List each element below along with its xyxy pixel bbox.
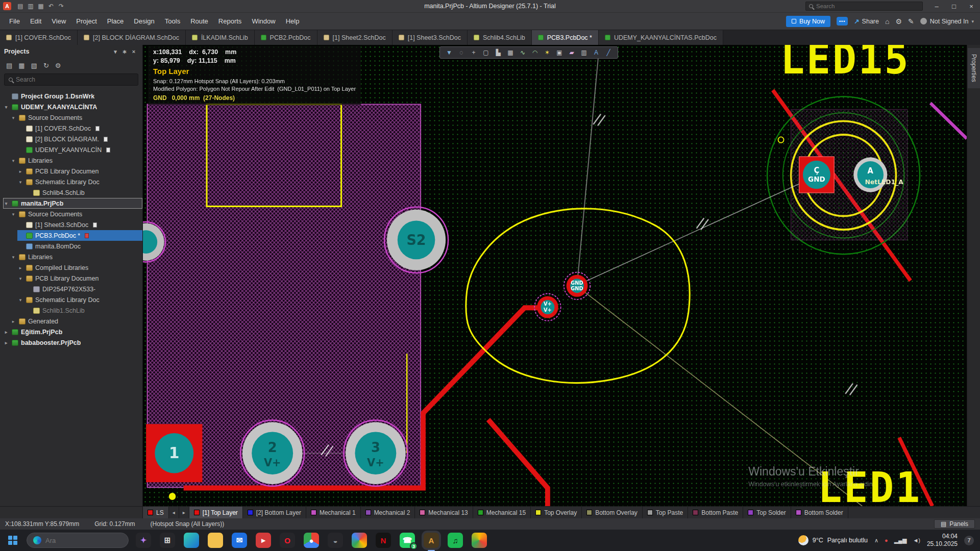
pad-led-cathode[interactable]: Ç GND	[799, 157, 835, 193]
pcb-graphics[interactable]: S2 1 2 V+ 3	[143, 45, 967, 506]
taskbar-app-mail[interactable]: ✉	[232, 533, 247, 548]
taskbar-search-input[interactable]	[45, 537, 122, 544]
tree-item[interactable]: ▾UDEMY_KAANYALCİNTA	[3, 102, 142, 112]
tree-item[interactable]: ▾Schematic Library Doc	[17, 294, 142, 305]
tree-item[interactable]: ▸Eğitim.PrjPcb	[3, 327, 142, 337]
layer-tab[interactable]: Top Solder	[743, 507, 791, 518]
menu-view[interactable]: View	[46, 13, 71, 30]
silkscreen-led15[interactable]: LED15	[780, 45, 910, 83]
weather-widget[interactable]: 9°C Parçalı bulutlu	[798, 535, 868, 545]
menu-help[interactable]: Help	[281, 13, 305, 30]
layer-tab[interactable]: Mechanical 2	[361, 507, 415, 518]
snapshot-icon[interactable]: ▣	[554, 48, 565, 57]
layer-tab[interactable]: Mechanical 15	[473, 507, 531, 518]
arc-icon[interactable]: ◠	[530, 48, 540, 57]
menu-place[interactable]: Place	[102, 13, 129, 30]
layer-tab[interactable]: Bottom Overlay	[582, 507, 643, 518]
buy-now-button[interactable]: Buy Now	[786, 16, 830, 27]
global-search-box[interactable]	[805, 2, 923, 11]
caret-down-icon[interactable]: ▾	[111, 48, 120, 55]
layer-scroll-left[interactable]: ◂	[169, 507, 179, 518]
taskbar-app-opera[interactable]: O	[280, 533, 295, 548]
taskbar-app-media[interactable]: ▸	[256, 533, 271, 548]
taskbar-app-copilot[interactable]: ✦	[136, 533, 151, 548]
share-button[interactable]: ↗ Share	[854, 17, 879, 25]
tree-item[interactable]: ▾Libraries	[10, 155, 142, 166]
record-icon[interactable]: ●	[885, 537, 888, 543]
polygon-icon[interactable]: ▰	[567, 48, 577, 57]
maximize-button[interactable]: □	[945, 0, 963, 12]
panel-settings-icon[interactable]: ⚙	[55, 62, 61, 69]
menu-project[interactable]: Project	[71, 13, 102, 30]
layer-tab[interactable]: Top Paste	[643, 507, 688, 518]
tree-item[interactable]: [1] Sheet3.SchDoc	[17, 219, 142, 230]
taskbar-app-edge[interactable]	[184, 533, 199, 548]
lasso-icon[interactable]: ◌	[456, 48, 467, 57]
menu-design[interactable]: Design	[129, 13, 159, 30]
compile-icon[interactable]: ▦	[18, 62, 24, 69]
expander-icon[interactable]: ▾	[10, 115, 16, 120]
overlay-dot-yellow[interactable]	[169, 493, 176, 500]
expander-icon[interactable]: ▾	[17, 276, 23, 281]
expander-icon[interactable]: ▾	[17, 180, 23, 185]
feedback-chat-icon[interactable]: •••	[837, 17, 848, 26]
string-icon[interactable]: A	[591, 48, 601, 57]
layer-tab[interactable]: Mechanical 13	[415, 507, 473, 518]
line-icon[interactable]: ╱	[603, 48, 614, 57]
menu-file[interactable]: File	[4, 13, 25, 30]
layer-tab[interactable]: [2] Bottom Layer	[243, 507, 306, 518]
doc-tab[interactable]: [1] COVER.SchDoc	[0, 30, 78, 45]
taskbar-app-whatsapp[interactable]: ☎3	[400, 533, 415, 548]
expander-icon[interactable]: ▾	[10, 212, 16, 217]
tree-item[interactable]: [2] BLOCK DİAGRAM.	[17, 134, 142, 144]
track-icon[interactable]: ∿	[518, 48, 528, 57]
tree-item[interactable]: ▾Libraries	[10, 252, 142, 262]
close-button[interactable]: ×	[963, 0, 980, 12]
highlight-icon[interactable]: ✶	[542, 48, 552, 57]
pin-icon[interactable]: ∗	[120, 48, 129, 55]
start-button[interactable]	[6, 534, 19, 547]
report-icon[interactable]: ▥	[579, 48, 589, 57]
pad-3[interactable]: 3 V+	[344, 420, 407, 486]
taskbar-app-browser-profile[interactable]	[472, 533, 487, 548]
doc-tab[interactable]: Schlib4.SchLib	[468, 30, 532, 45]
layer-tab[interactable]: [1] Top Layer	[189, 507, 243, 518]
via-small-yellow[interactable]	[778, 137, 784, 142]
layer-tab[interactable]: Bottom Paste	[688, 507, 743, 518]
tree-item[interactable]: Schlib1.SchLib	[24, 305, 142, 316]
menu-route[interactable]: Route	[185, 13, 213, 30]
doc-tab[interactable]: PCB2.PcbDoc	[255, 30, 317, 45]
tree-item[interactable]: manita.BomDoc	[17, 241, 142, 252]
via-gnd[interactable]: GND GND	[564, 272, 590, 299]
save-icon[interactable]: ▦	[36, 3, 46, 10]
expander-icon[interactable]: ▸	[3, 330, 9, 335]
expander-icon[interactable]: ▸	[17, 265, 23, 270]
expander-icon[interactable]: ▾	[10, 255, 16, 260]
layer-scroll-right[interactable]: ▸	[179, 507, 189, 518]
layer-tab[interactable]: Mechanical 1	[306, 507, 361, 518]
expander-icon[interactable]: ▾	[10, 158, 16, 163]
pad-1[interactable]: 1	[146, 424, 202, 482]
minimize-button[interactable]: –	[928, 0, 945, 12]
notification-center-button[interactable]: 7	[964, 536, 974, 545]
taskbar-app-altium[interactable]: A	[424, 533, 439, 548]
expander-icon[interactable]: ▸	[3, 340, 9, 345]
taskbar-app-netflix[interactable]: N	[376, 533, 391, 548]
region-icon[interactable]: ▢	[481, 48, 491, 57]
tree-item[interactable]: [1] COVER.SchDoc	[17, 123, 142, 134]
tree-item[interactable]: ▾manita.PrjPcb	[3, 198, 142, 209]
refresh-icon[interactable]: ↻	[43, 62, 49, 69]
settings-gear-icon[interactable]: ⚙	[895, 17, 902, 26]
taskbar-app-file-explorer[interactable]	[208, 533, 223, 548]
tree-item[interactable]: PCB3.PcbDoc *	[17, 230, 142, 241]
layer-tab[interactable]: Top Overlay	[531, 507, 582, 518]
taskbar-app-steam[interactable]: ◒	[328, 533, 343, 548]
taskbar-app-photos[interactable]	[352, 533, 367, 548]
tree-item[interactable]: ▾Source Documents	[10, 209, 142, 219]
doc-tab[interactable]: [1] Sheet2.SchDoc	[317, 30, 393, 45]
projects-search-box[interactable]	[4, 73, 138, 86]
explorer-icon[interactable]: ▧	[31, 62, 37, 69]
tree-item[interactable]: ▸PCB Library Documen	[17, 166, 142, 177]
pour-icon[interactable]: ▙	[493, 48, 503, 57]
doc-tab[interactable]: UDEMY_KAANYALCİNTAS.PcbDoc	[599, 30, 723, 45]
